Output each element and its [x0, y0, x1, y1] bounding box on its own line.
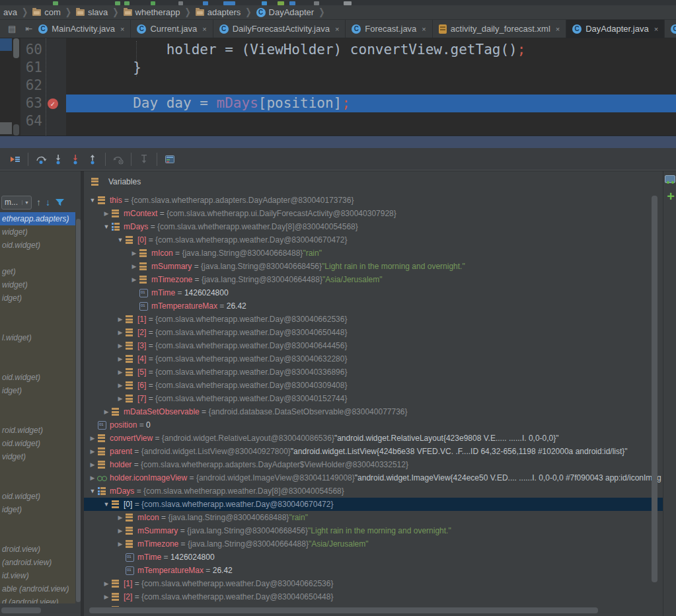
expand-icon[interactable] — [102, 594, 111, 600]
breakpoint-icon[interactable]: ✓ — [48, 98, 58, 109]
next-frame-icon[interactable]: ↓ — [46, 197, 50, 208]
variable-row[interactable]: [7] = {com.slava.whetherapp.weather.Day@… — [84, 392, 663, 405]
close-icon[interactable]: × — [202, 25, 206, 33]
close-icon[interactable]: × — [335, 25, 339, 33]
frame-row[interactable]: (android.view) — [0, 556, 75, 569]
add-watch-icon[interactable]: + — [665, 190, 676, 203]
variable-row[interactable]: [3] = {com.slava.whetherapp.weather.Day@… — [84, 603, 663, 607]
scrollbar-thumb[interactable] — [13, 38, 19, 58]
variable-row[interactable]: [1] = {com.slava.whetherapp.weather.Day@… — [84, 313, 663, 326]
frame-row[interactable] — [0, 516, 75, 529]
frame-row[interactable]: oid.widget) — [0, 490, 75, 503]
hide-tabs-icon[interactable] — [8, 24, 16, 34]
tab-activity-daily-forecast-xml[interactable]: activity_daily_forecast.xml× — [433, 20, 566, 38]
expand-icon[interactable] — [130, 263, 139, 270]
variable-row[interactable]: mSummary = {java.lang.String@83004066845… — [84, 260, 663, 273]
code-line[interactable]: Day day = mDays[position]; — [66, 95, 676, 112]
frame-row[interactable]: vidget) — [0, 450, 75, 463]
frame-row[interactable] — [0, 410, 75, 424]
expand-icon[interactable] — [116, 342, 125, 349]
expand-icon[interactable] — [116, 316, 125, 323]
expand-icon[interactable] — [130, 276, 139, 283]
variable-row[interactable]: holder = {com.slava.whetherapp.adapters.… — [84, 458, 663, 471]
evaluate-expression-icon[interactable] — [161, 152, 178, 167]
expand-icon[interactable] — [116, 329, 125, 336]
frame-row[interactable]: idget) — [0, 384, 75, 397]
filter-frames-icon[interactable] — [55, 198, 65, 207]
variable-row[interactable]: convertView = {android.widget.RelativeLa… — [84, 432, 663, 445]
close-icon[interactable]: × — [654, 25, 658, 33]
variable-row[interactable]: mTemperatureMax = 26.42 — [84, 299, 663, 313]
frame-row[interactable]: widget) — [0, 278, 75, 291]
scrollbar-thumb[interactable] — [13, 124, 19, 135]
expand-icon[interactable] — [102, 580, 111, 587]
expand-icon[interactable] — [116, 395, 125, 402]
variable-row[interactable]: mTimezone = {java.lang.String@8300406644… — [84, 537, 663, 551]
variable-row[interactable]: [6] = {com.slava.whetherapp.weather.Day@… — [84, 379, 663, 392]
expand-icon[interactable] — [88, 488, 97, 494]
variable-row[interactable]: [3] = {com.slava.whetherapp.weather.Day@… — [84, 339, 663, 352]
variable-row[interactable]: mDays = {com.slava.whetherapp.weather.Da… — [84, 484, 663, 498]
previous-frame-icon[interactable]: ↑ — [36, 197, 41, 208]
frame-row[interactable]: roid.widget) — [0, 424, 75, 437]
expand-icon[interactable] — [88, 461, 97, 468]
code-line[interactable] — [66, 112, 676, 130]
breadcrumb-item[interactable]: whetherapp — [122, 7, 182, 17]
expand-icon[interactable] — [116, 527, 125, 534]
expand-icon[interactable] — [116, 382, 125, 389]
step-into-icon[interactable] — [50, 152, 67, 167]
expand-icon[interactable] — [88, 435, 97, 442]
code-editor[interactable]: 60 61 62 63 64 ✓ holder = (ViewHolder) c… — [0, 38, 676, 135]
breadcrumb-item[interactable]: adapters — [194, 7, 243, 17]
variable-row[interactable]: [4] = {com.slava.whetherapp.weather.Day@… — [84, 352, 663, 366]
variable-row[interactable]: [0] = {com.slava.whetherapp.weather.Day@… — [84, 233, 663, 247]
frame-row[interactable]: oid.widget) — [0, 371, 75, 384]
variable-row[interactable]: [2] = {com.slava.whetherapp.weather.Day@… — [84, 590, 663, 603]
variable-row[interactable]: [1] = {com.slava.whetherapp.weather.Day@… — [84, 577, 663, 590]
code-line[interactable]: } — [66, 59, 676, 77]
frame-row[interactable]: oid.widget) — [0, 239, 75, 252]
frame-row[interactable] — [0, 463, 75, 477]
variable-row[interactable]: this = {com.slava.whetherapp.adapters.Da… — [84, 194, 663, 207]
tab-dailyforecastactivity[interactable]: DailyForecastActivity.java× — [213, 20, 346, 38]
expand-icon[interactable] — [102, 223, 111, 230]
variable-row-selected[interactable]: [0] = {com.slava.whetherapp.weather.Day@… — [84, 498, 663, 511]
layout-snapshot-icon[interactable] — [665, 175, 675, 183]
expand-icon[interactable] — [88, 448, 97, 455]
expand-icon[interactable] — [116, 514, 125, 521]
frame-row[interactable] — [0, 397, 75, 410]
frame-row[interactable]: droid.view) — [0, 543, 75, 556]
close-icon[interactable]: × — [422, 25, 426, 33]
step-out-icon[interactable] — [84, 152, 101, 167]
expand-icon[interactable] — [116, 356, 125, 362]
breadcrumb-item[interactable]: slava — [74, 7, 110, 17]
variables-tree[interactable]: this = {com.slava.whetherapp.adapters.Da… — [84, 171, 663, 607]
frame-row[interactable]: l.widget) — [0, 331, 75, 344]
code-line[interactable]: holder = (ViewHolder) convertView.getTag… — [66, 41, 676, 59]
variable-row[interactable]: [5] = {com.slava.whetherapp.weather.Day@… — [84, 366, 663, 379]
step-over-icon[interactable] — [32, 152, 50, 167]
frame-row[interactable]: widget) — [0, 225, 75, 239]
scrollbar-thumb[interactable] — [652, 196, 657, 582]
thread-selector-combo[interactable]: m... ▼ — [1, 196, 32, 210]
breadcrumb-item[interactable]: DayAdapter — [254, 7, 317, 17]
frame-row[interactable] — [0, 477, 75, 490]
scrollbar-thumb[interactable] — [1, 607, 41, 613]
variable-row[interactable]: [2] = {com.slava.whetherapp.weather.Day@… — [84, 326, 663, 339]
tab-day[interactable]: Day.java× — [665, 20, 676, 38]
expand-icon[interactable] — [116, 541, 125, 547]
variable-row[interactable]: mTime = 1426024800 — [84, 551, 663, 564]
tab-dayadapter[interactable]: DayAdapter.java× — [566, 20, 665, 38]
frame-row[interactable] — [0, 358, 75, 371]
expand-icon[interactable] — [102, 501, 111, 508]
frame-row[interactable]: id.view) — [0, 569, 75, 582]
scrollbar-thumb[interactable] — [76, 219, 81, 602]
frame-row[interactable]: get) — [0, 265, 75, 278]
variable-row[interactable]: holder.iconImageView = {android.widget.I… — [84, 471, 663, 484]
variable-row[interactable]: mSummary = {java.lang.String@83004066845… — [84, 524, 663, 537]
expand-icon[interactable] — [116, 237, 125, 243]
expand-icon[interactable] — [102, 408, 111, 415]
tab-current[interactable]: Current.java× — [131, 20, 213, 38]
frame-row[interactable] — [0, 252, 75, 265]
variable-row[interactable]: mDays = {com.slava.whetherapp.weather.Da… — [84, 220, 663, 233]
